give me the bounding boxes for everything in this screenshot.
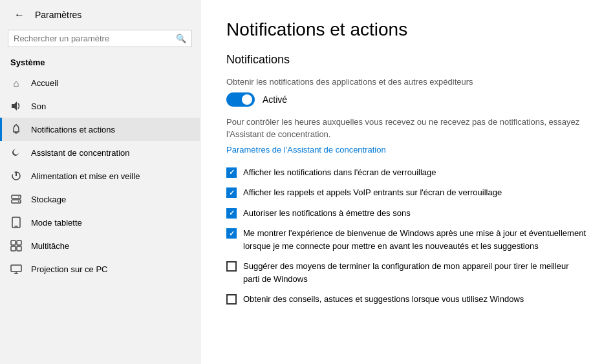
search-input[interactable]: [14, 34, 176, 43]
svg-marker-0: [12, 102, 17, 111]
moon-icon: [10, 147, 22, 158]
checkbox-row-1: Afficher les notifications dans l'écran …: [226, 166, 587, 179]
svg-point-6: [18, 197, 19, 198]
svg-rect-11: [17, 241, 21, 245]
main-content: Notifications et actions Notifications O…: [200, 0, 613, 364]
sidebar-item-label: Alimentation et mise en veille: [31, 171, 140, 181]
checkbox-row-6: Obtenir des conseils, astuces et suggest…: [226, 293, 587, 306]
sidebar-item-label: Notifications et actions: [31, 125, 115, 134]
checkbox-6[interactable]: [226, 294, 237, 305]
concentration-link[interactable]: Paramètres de l'Assistant de concentrati…: [226, 145, 587, 155]
tablet-icon: [10, 217, 22, 228]
sidebar: ← Paramètres 🔍 Système ⌂ Accueil Son: [0, 0, 200, 364]
sidebar-item-projection[interactable]: Projection sur ce PC: [0, 257, 200, 281]
checkbox-2[interactable]: [226, 187, 237, 198]
checkbox-row-3: Autoriser les notifications à émettre de…: [226, 207, 587, 220]
checkbox-3[interactable]: [226, 208, 237, 219]
svg-rect-10: [11, 241, 16, 245]
sidebar-item-accueil[interactable]: ⌂ Accueil: [0, 71, 200, 94]
sidebar-item-label: Multitâche: [31, 241, 69, 251]
sidebar-item-label: Accueil: [31, 78, 58, 88]
sidebar-item-assistant[interactable]: Assistant de concentration: [0, 141, 200, 164]
projection-icon: [10, 263, 22, 275]
checkbox-1[interactable]: [226, 167, 237, 178]
page-title: Notifications et actions: [226, 19, 587, 40]
sidebar-title: Paramètres: [35, 10, 81, 20]
sidebar-header: ← Paramètres: [0, 0, 200, 27]
sidebar-item-label: Mode tablette: [31, 218, 82, 228]
home-icon: ⌂: [10, 77, 22, 89]
toggle-row: Activé: [226, 92, 587, 107]
checkbox-row-4: Me montrer l'expérience de bienvenue de …: [226, 227, 587, 252]
svg-rect-13: [17, 246, 21, 251]
svg-rect-12: [11, 246, 16, 251]
checkbox-4[interactable]: [226, 228, 237, 239]
checkbox-label-4: Me montrer l'expérience de bienvenue de …: [243, 227, 587, 252]
sidebar-item-son[interactable]: Son: [0, 94, 200, 118]
checkbox-label-6: Obtenir des conseils, astuces et suggest…: [243, 293, 524, 306]
multitask-icon: [10, 240, 22, 252]
storage-icon: [10, 193, 22, 205]
sidebar-item-stockage[interactable]: Stockage: [0, 187, 200, 211]
system-section-label: Système: [0, 54, 200, 71]
checkbox-label-3: Autoriser les notifications à émettre de…: [243, 207, 411, 220]
notifications-section-title: Notifications: [226, 53, 587, 67]
power-icon: [10, 170, 22, 182]
sidebar-item-label: Stockage: [31, 195, 66, 204]
search-box[interactable]: 🔍: [8, 30, 192, 47]
svg-rect-14: [11, 265, 21, 272]
toggle-track: [226, 92, 255, 107]
sound-icon: [10, 100, 22, 112]
sidebar-item-label: Projection sur ce PC: [31, 264, 108, 274]
back-button[interactable]: ←: [10, 8, 28, 22]
checkbox-5[interactable]: [226, 261, 237, 272]
notification-icon: [10, 123, 22, 135]
sidebar-item-label: Son: [31, 102, 46, 111]
checkbox-row-2: Afficher les rappels et appels VoIP entr…: [226, 186, 587, 199]
toggle-thumb: [242, 94, 252, 105]
checkbox-label-1: Afficher les notifications dans l'écran …: [243, 166, 436, 179]
checkbox-row-5: Suggérer des moyens de terminer la confi…: [226, 260, 587, 285]
sidebar-item-notifications[interactable]: Notifications et actions: [0, 118, 200, 141]
toggle-label: Activé: [263, 94, 287, 105]
checkbox-label-5: Suggérer des moyens de terminer la confi…: [243, 260, 587, 285]
search-icon: 🔍: [176, 34, 186, 43]
notifications-toggle[interactable]: [226, 92, 255, 107]
checkbox-label-2: Afficher les rappels et appels VoIP entr…: [243, 186, 502, 199]
sidebar-item-multitache[interactable]: Multitâche: [0, 234, 200, 257]
toggle-description: Obtenir les notifications des applicatio…: [226, 76, 587, 89]
sidebar-item-alimentation[interactable]: Alimentation et mise en veille: [0, 164, 200, 187]
sidebar-item-mode-tablette[interactable]: Mode tablette: [0, 211, 200, 234]
sidebar-item-label: Assistant de concentration: [31, 148, 129, 158]
svg-point-7: [18, 201, 19, 202]
concentration-info: Pour contrôler les heures auxquelles vou…: [226, 116, 587, 141]
